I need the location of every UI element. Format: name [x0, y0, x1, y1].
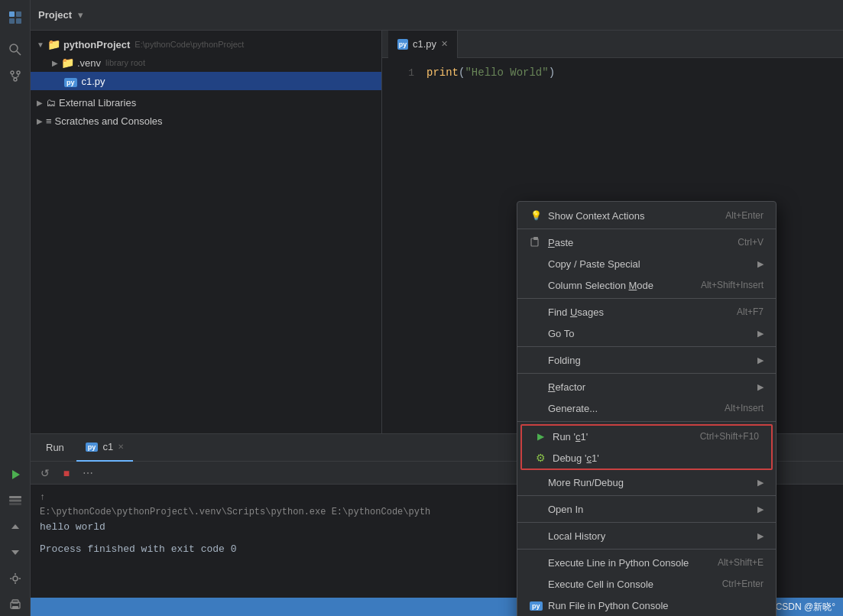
svg-rect-28	[533, 237, 538, 240]
left-toolbar	[0, 0, 31, 616]
c1-tab-label: c1	[102, 441, 113, 452]
divider-2	[517, 298, 776, 299]
status-right: CSDN @新晓°	[776, 601, 835, 614]
svg-rect-2	[9, 18, 15, 24]
cm-execute-line[interactable]: Execute Line in Python Console Alt+Shift…	[517, 552, 776, 573]
scroll-up-icon[interactable]	[4, 515, 27, 538]
paste-icon	[530, 236, 542, 249]
cm-show-context-actions[interactable]: 💡 Show Context Actions Alt+Enter	[517, 205, 776, 226]
cm-open-in[interactable]: Open In ▶	[517, 498, 776, 520]
cm-run-file-python[interactable]: py Run File in Python Console	[517, 595, 776, 616]
cm-refactor[interactable]: Refactor ▶	[517, 376, 776, 397]
divider-7	[517, 522, 776, 523]
cm-go-to[interactable]: Go To ▶	[517, 323, 776, 344]
cm-generate[interactable]: Generate... Alt+Insert	[517, 397, 776, 419]
layers-tool-icon[interactable]	[4, 489, 27, 512]
divider-6	[517, 495, 776, 496]
editor-tabs: py c1.py ✕	[382, 31, 843, 58]
svg-rect-1	[16, 11, 21, 17]
cm-more-run-debug[interactable]: More Run/Debug ▶	[517, 472, 776, 493]
project-title: Project	[38, 9, 72, 21]
cm-run-c1[interactable]: ▶ Run 'c1' Ctrl+Shift+F10	[522, 426, 771, 447]
svg-point-8	[14, 78, 17, 81]
tab-filename: c1.py	[413, 38, 436, 50]
bottom-tab-c1[interactable]: py c1 ✕	[76, 434, 133, 462]
svg-line-10	[12, 76, 15, 78]
svg-marker-17	[11, 524, 19, 529]
cm-column-selection[interactable]: Column Selection Mode Alt+Shift+Insert	[517, 274, 776, 296]
search-tool-icon[interactable]	[4, 38, 27, 61]
svg-rect-25	[12, 600, 18, 603]
svg-rect-15	[9, 500, 21, 502]
more-icon[interactable]: ⋯	[79, 465, 96, 481]
topbar: Project ▾	[31, 0, 843, 31]
context-menu: 💡 Show Context Actions Alt+Enter Paste C…	[517, 201, 777, 616]
svg-point-6	[11, 71, 14, 74]
git-tool-icon[interactable]	[4, 64, 27, 87]
svg-rect-14	[9, 496, 21, 498]
console-up-btn[interactable]: ↑	[40, 491, 45, 505]
svg-line-5	[17, 51, 21, 55]
divider-1	[517, 229, 776, 229]
cm-paste[interactable]: Paste Ctrl+V	[517, 232, 776, 253]
tree-item-c1py[interactable]: py c1.py	[31, 72, 381, 90]
svg-rect-3	[16, 18, 21, 24]
svg-marker-13	[12, 470, 20, 479]
cm-debug-c1[interactable]: ⚙ Debug 'c1'	[522, 447, 771, 468]
tree-item-external-libs[interactable]: ▶ 🗂 External Libraries	[31, 93, 381, 112]
bottom-tab-close[interactable]: ✕	[118, 443, 124, 451]
project-caret: ▾	[78, 9, 83, 21]
context-actions-icon: 💡	[530, 210, 542, 221]
editor-tab-c1py[interactable]: py c1.py ✕	[388, 31, 458, 58]
tree-item-scratches[interactable]: ▶ ≡ Scratches and Consoles	[31, 112, 381, 130]
divider-3	[517, 346, 776, 347]
cm-execute-cell[interactable]: Execute Cell in Console Ctrl+Enter	[517, 573, 776, 595]
svg-point-7	[17, 71, 20, 74]
run-icon: ▶	[534, 431, 546, 442]
code-line-1: 1 print("Hello World")	[382, 64, 843, 81]
stop-icon[interactable]: ■	[58, 465, 75, 481]
svg-rect-0	[9, 11, 15, 17]
tree-item-venv[interactable]: ▶ 📁 .venv library root	[31, 53, 381, 72]
divider-4	[517, 373, 776, 374]
settings-tool-icon[interactable]	[4, 567, 27, 590]
run-tab-label: Run	[46, 442, 64, 453]
rerun-icon[interactable]: ↺	[37, 465, 53, 481]
py-file-icon: py	[397, 39, 408, 50]
bottom-tab-run[interactable]: Run	[37, 434, 73, 462]
svg-line-12	[15, 76, 18, 78]
svg-rect-26	[12, 606, 18, 609]
debug-icon: ⚙	[534, 452, 546, 464]
cm-find-usages[interactable]: Find Usages Alt+F7	[517, 301, 776, 323]
scroll-down-icon[interactable]	[4, 541, 27, 564]
cm-local-history[interactable]: Local History ▶	[517, 525, 776, 546]
tab-close-button[interactable]: ✕	[441, 39, 448, 49]
cm-copy-paste-special[interactable]: Copy / Paste Special ▶	[517, 253, 776, 274]
svg-point-4	[10, 44, 18, 52]
run-debug-box: ▶ Run 'c1' Ctrl+Shift+F10 ⚙ Debug 'c1'	[520, 424, 773, 470]
print-tool-icon[interactable]	[4, 593, 27, 616]
svg-marker-18	[11, 550, 19, 555]
project-tool-icon[interactable]	[4, 6, 27, 29]
divider-5	[517, 421, 776, 422]
divider-8	[517, 549, 776, 550]
run-tool-icon[interactable]	[4, 463, 27, 486]
svg-point-19	[13, 576, 18, 581]
svg-rect-16	[9, 503, 21, 505]
watermark: CSDN @新晓°	[776, 601, 835, 614]
tree-item-pythonproject[interactable]: ▼ 📁 pythonProject E:\pythonCode\pythonPr…	[31, 35, 381, 53]
run-file-python-icon: py	[530, 600, 542, 611]
cm-folding[interactable]: Folding ▶	[517, 349, 776, 371]
